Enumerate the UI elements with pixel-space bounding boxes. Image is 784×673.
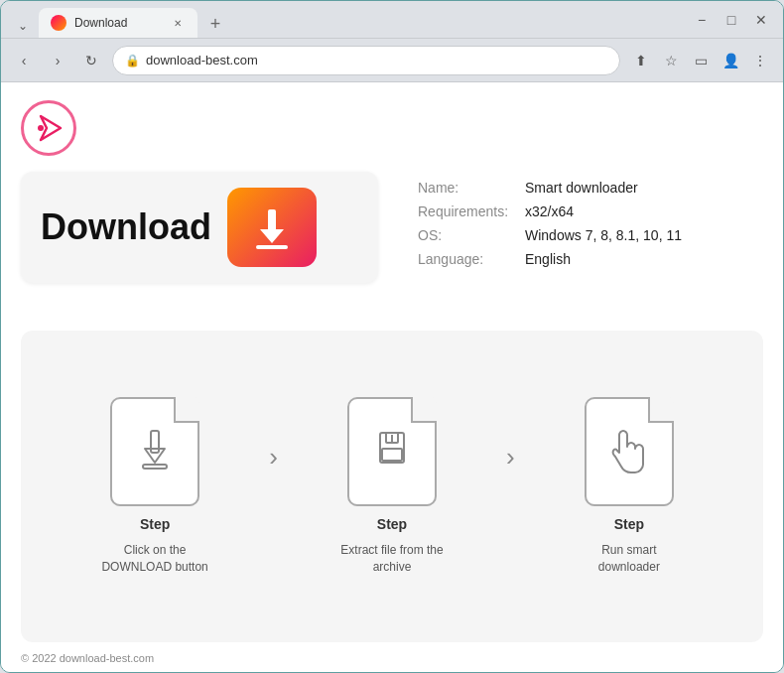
svg-point-1 [38, 125, 44, 131]
download-icon-box[interactable] [227, 188, 317, 267]
step-1-icon-wrap [110, 397, 199, 506]
logo-icon [33, 112, 65, 144]
language-label: Language: [418, 251, 517, 267]
info-row-requirements: Requirements: x32/x64 [418, 203, 682, 219]
info-row-name: Name: Smart downloader [418, 180, 682, 196]
menu-icon[interactable]: ⋮ [747, 48, 773, 73]
address-text: download-best.com [146, 53, 258, 67]
maximize-button[interactable]: □ [719, 8, 743, 32]
download-icon [246, 202, 298, 253]
address-bar: ‹ › ↻ 🔒 download-best.com ⬆ ☆ ▭ 👤 ⋮ [1, 39, 783, 82]
step-1: Step Click on theDOWNLOAD button [41, 397, 269, 576]
step-2-icon-wrap [347, 397, 437, 506]
minimize-button[interactable]: − [690, 8, 714, 32]
tab-favicon [51, 15, 66, 31]
info-row-os: OS: Windows 7, 8, 8.1, 10, 11 [418, 227, 682, 243]
requirements-label: Requirements: [418, 203, 517, 219]
logo-circle [21, 100, 76, 156]
title-bar: ⌄ Download ✕ + − □ ✕ [1, 1, 783, 39]
svg-rect-4 [256, 245, 288, 249]
browser-window: ⌄ Download ✕ + − □ ✕ ‹ › ↻ 🔒 download-be… [0, 0, 784, 673]
step-1-desc: Click on theDOWNLOAD button [101, 542, 207, 576]
os-value: Windows 7, 8, 8.1, 10, 11 [525, 227, 682, 243]
step-2-desc: Extract file from thearchive [340, 542, 443, 576]
forward-button[interactable]: › [45, 48, 70, 73]
download-label: Download [41, 206, 211, 248]
download-banner: Download Name: Smart downloader [21, 172, 763, 283]
share-icon[interactable]: ⬆ [628, 48, 654, 73]
new-tab-button[interactable]: + [201, 10, 229, 38]
language-value: English [525, 251, 571, 267]
footer-text: © 2022 download-best.com [21, 652, 154, 664]
window-controls: − □ ✕ [690, 8, 773, 32]
step-1-label: Step [140, 516, 170, 532]
profile-icon[interactable]: 👤 [718, 48, 743, 73]
svg-marker-3 [260, 229, 284, 243]
close-button[interactable]: ✕ [749, 8, 773, 32]
name-label: Name: [418, 180, 517, 196]
back-button[interactable]: ‹ [11, 48, 37, 73]
svg-rect-10 [382, 449, 402, 461]
step-3-icon-wrap [585, 397, 674, 506]
requirements-value: x32/x64 [525, 203, 574, 219]
step-3-label: Step [614, 516, 644, 532]
logo [21, 100, 76, 156]
steps-section: Step Click on theDOWNLOAD button › [21, 331, 763, 642]
svg-rect-7 [143, 465, 167, 469]
step-1-download-icon [135, 427, 175, 476]
step-3-cursor-icon [609, 427, 649, 476]
step-2-archive-icon [372, 427, 412, 476]
page-footer: © 2022 download-best.com [21, 652, 154, 664]
tab-title: Download [74, 16, 162, 30]
step-2-label: Step [377, 516, 407, 532]
address-input[interactable]: 🔒 download-best.com [112, 46, 620, 75]
step-3: Step Run smartdownloader [515, 397, 743, 576]
tab-close-button[interactable]: ✕ [170, 15, 186, 31]
tab-chevron-icon[interactable]: ⌄ [11, 14, 35, 38]
step-2: Step Extract file from thearchive [278, 397, 506, 576]
tab-bar: ⌄ Download ✕ + [11, 1, 690, 38]
page-content: p74 Download [1, 82, 783, 672]
info-row-language: Language: English [418, 251, 682, 267]
refresh-button[interactable]: ↻ [78, 48, 104, 73]
steps-row: Step Click on theDOWNLOAD button › [41, 397, 743, 576]
active-tab[interactable]: Download ✕ [39, 8, 197, 38]
name-value: Smart downloader [525, 180, 638, 196]
lock-icon: 🔒 [125, 54, 140, 67]
os-label: OS: [418, 227, 517, 243]
arrow-1: › [269, 442, 278, 472]
step-3-desc: Run smartdownloader [598, 542, 660, 576]
sidebar-icon[interactable]: ▭ [688, 48, 714, 73]
svg-marker-6 [145, 449, 165, 463]
toolbar-icons: ⬆ ☆ ▭ 👤 ⋮ [628, 48, 773, 73]
bookmark-icon[interactable]: ☆ [658, 48, 684, 73]
svg-rect-2 [268, 209, 276, 231]
arrow-2: › [506, 442, 515, 472]
download-box[interactable]: Download [21, 172, 378, 283]
product-info: Name: Smart downloader Requirements: x32… [418, 172, 682, 275]
